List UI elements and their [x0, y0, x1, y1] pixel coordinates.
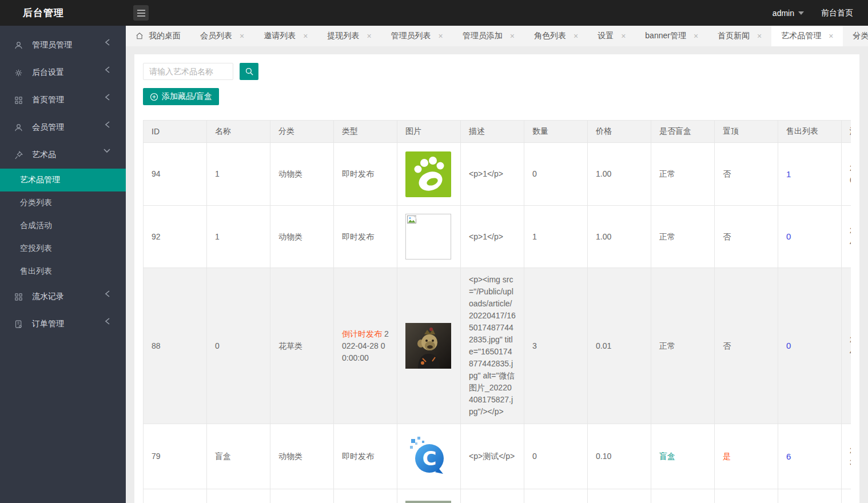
sidebar-item-label: 流水记录 [32, 292, 64, 302]
tab-more-button[interactable] [844, 26, 868, 46]
pin-icon [14, 150, 23, 160]
tab-label: 首页新闻 [718, 31, 750, 41]
cell-blindbox: 正常 [651, 206, 715, 268]
tab-invite-list[interactable]: 邀请列表× [254, 26, 317, 46]
tab-label: 管理员列表 [391, 31, 431, 41]
close-icon[interactable]: × [367, 31, 371, 41]
cell-sold: 10 [778, 489, 842, 503]
sidebar-item-admin-manage[interactable]: 管理员管理 [0, 31, 126, 59]
tab-label: 管理员添加 [463, 31, 503, 41]
col-header-id: ID [144, 121, 207, 143]
cell-added: 2026:0 [842, 143, 851, 206]
sidebar-item-category-list[interactable]: 分类列表 [0, 191, 126, 214]
tab-label: 艺术品管理 [781, 31, 821, 41]
cell-top: 是 [715, 424, 778, 489]
close-icon[interactable]: × [829, 31, 833, 41]
tab-role-list[interactable]: 角色列表× [524, 26, 588, 46]
sidebar-item-home-manage[interactable]: 首页管理 [0, 86, 126, 114]
close-icon[interactable]: × [439, 31, 443, 41]
cell-top: 否 [715, 268, 778, 424]
cell-added: 2024:5 [842, 206, 851, 268]
sidebar-item-airdrop-list[interactable]: 空投列表 [0, 237, 126, 260]
sidebar-item-sold-list[interactable]: 售出列表 [0, 260, 126, 283]
tab-label: 邀请列表 [264, 31, 296, 41]
cell-sold: 1 [778, 143, 842, 206]
col-header-price: 价格 [588, 121, 651, 143]
cell-qty: 3 [524, 268, 588, 424]
green-paw-logo [405, 151, 451, 197]
cell-type: 倒计时发布 2022-04-28 00:00:00 [334, 268, 397, 424]
monkey-nft-photo [405, 323, 451, 369]
close-icon[interactable]: × [303, 31, 308, 41]
sold-count-link[interactable]: 1 [786, 169, 791, 179]
close-icon[interactable]: × [240, 31, 244, 41]
app-title: 后台管理 [0, 6, 126, 19]
close-icon[interactable]: × [621, 31, 626, 41]
search-input[interactable] [143, 63, 233, 80]
tab-withdraw-list[interactable]: 提现列表× [317, 26, 381, 46]
grid-icon [14, 292, 23, 302]
chevron-down-icon [103, 149, 110, 153]
cell-desc: <p>1</p> [461, 143, 524, 206]
sidebar-item-order-manage[interactable]: 订单管理 [0, 310, 126, 338]
sidebar-item-label: 管理员管理 [32, 40, 72, 50]
sidebar-item-artwork[interactable]: 艺术品 [0, 141, 126, 169]
sold-count-link[interactable]: 6 [786, 452, 791, 461]
cell-category: 动物类 [270, 424, 334, 489]
cell-id: 88 [144, 268, 207, 424]
sidebar-item-member-manage[interactable]: 会员管理 [0, 114, 126, 141]
cell-desc: <p>1</p> [461, 206, 524, 268]
front-home-link[interactable]: 前台首页 [821, 8, 853, 18]
sidebar-item-backend-settings[interactable]: 后台设置 [0, 59, 126, 86]
close-icon[interactable]: × [510, 31, 515, 41]
blue-c-logo: C [405, 434, 451, 480]
gear-icon [14, 68, 23, 78]
cell-sold: 0 [778, 206, 842, 268]
chevron-left-icon [105, 94, 110, 101]
tab-banner-manage[interactable]: banner管理× [635, 26, 708, 46]
cell-top: 否 [715, 206, 778, 268]
close-icon[interactable]: × [574, 31, 578, 41]
sidebar-toggle-button[interactable] [133, 5, 149, 21]
table-row: 79 盲盒 动物类 即时发布 C <p>测试</p> 0 0.10 盲盒 是 6 [144, 424, 851, 489]
table-row: 94 1 动物类 即时发布 <p>1</p> 0 1.00 正常 否 1 20 [144, 143, 851, 206]
sidebar: 管理员管理 后台设置 首页管理 会员管理 艺术品 艺术品管理 分类列表 合成活动… [0, 26, 126, 503]
cell-added: 2024:1 [842, 489, 851, 503]
tab-my-desktop[interactable]: 我的桌面 [126, 26, 190, 46]
cell-top: 否 [715, 143, 778, 206]
cell-category: 动物类 [270, 206, 334, 268]
close-icon[interactable]: × [694, 31, 698, 41]
close-icon[interactable]: × [757, 31, 762, 41]
search-button[interactable] [240, 63, 258, 80]
cell-name: 0 [207, 268, 270, 424]
tab-member-list[interactable]: 会员列表× [190, 26, 254, 46]
cell-id: 78 [144, 489, 207, 503]
tab-settings[interactable]: 设置× [588, 26, 635, 46]
cell-blindbox: 盲盒 [651, 424, 715, 489]
sold-count-link[interactable]: 0 [786, 231, 791, 241]
chevron-left-icon [105, 121, 110, 128]
sidebar-item-compose-activity[interactable]: 合成活动 [0, 214, 126, 237]
col-header-qty: 数量 [524, 121, 588, 143]
tab-artwork-manage[interactable]: 艺术品管理× [771, 26, 843, 46]
tab-admin-list[interactable]: 管理员列表× [381, 26, 453, 46]
tab-label: 角色列表 [534, 31, 566, 41]
add-collection-button[interactable]: 添加藏品/盲盒 [143, 88, 219, 105]
user-icon [14, 41, 23, 50]
cell-top: 否 [715, 489, 778, 503]
sidebar-item-label: 会员管理 [32, 122, 64, 133]
tab-home-news[interactable]: 首页新闻× [708, 26, 771, 46]
content-panel: 添加藏品/盲盒 ID 名称 分类 类型 图片 描述 数量 价格 是否盲盒 [134, 54, 859, 503]
sold-count-link[interactable]: 0 [786, 341, 791, 350]
sidebar-item-artwork-manage[interactable]: 艺术品管理 [0, 169, 126, 191]
user-menu[interactable]: admin [773, 9, 804, 18]
svg-text:C: C [423, 447, 437, 470]
tab-admin-add[interactable]: 管理员添加× [453, 26, 524, 46]
cell-id: 92 [144, 206, 207, 268]
col-header-name: 名称 [207, 121, 270, 143]
plus-circle-icon [150, 93, 158, 101]
cell-qty: 1 [524, 206, 588, 268]
sidebar-item-flow-records[interactable]: 流水记录 [0, 283, 126, 310]
cell-name: 234 [207, 489, 270, 503]
cell-qty: 13 [524, 489, 588, 503]
